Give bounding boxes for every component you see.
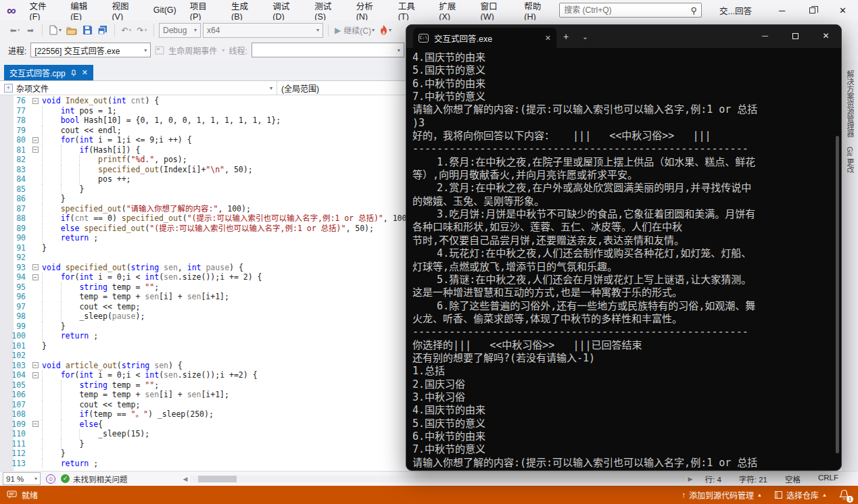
health-check-icon: ✓ bbox=[61, 474, 70, 483]
line-number: 91 bbox=[0, 243, 31, 253]
scroll-right-icon[interactable]: ▶ bbox=[686, 476, 696, 482]
add-to-source-control-button[interactable]: ↑ 添加到源代码管理 ▲ bbox=[682, 489, 762, 501]
line-number: 104 bbox=[0, 370, 31, 380]
scroll-thumb[interactable] bbox=[198, 476, 237, 482]
notifications-button[interactable]: 1 bbox=[839, 489, 851, 501]
fold-collapse-icon[interactable]: − bbox=[32, 362, 39, 368]
terminal-tab[interactable]: C:\ 交互式回答.exe ✕ bbox=[413, 28, 556, 48]
fold-margin[interactable]: − bbox=[31, 96, 42, 106]
save-all-button[interactable] bbox=[96, 23, 110, 38]
search-box[interactable]: ⚲ bbox=[559, 3, 702, 18]
minimize-button[interactable]: ─ bbox=[767, 0, 797, 20]
project-dropdown[interactable]: + 杂项文件 ▾ bbox=[0, 81, 277, 95]
caret-char: 字符: 21 bbox=[739, 474, 767, 484]
menu-item[interactable]: Git(G) bbox=[147, 3, 183, 18]
terminal-line: 5.猜谜:在中秋之夜,人们还会在月饼或花灯上写上谜语,让大家猜测。 bbox=[412, 274, 838, 286]
indent-guide bbox=[42, 409, 61, 420]
side-tab[interactable]: Git 更改 bbox=[844, 147, 855, 173]
indent-guide bbox=[42, 135, 61, 145]
fold-margin[interactable]: − bbox=[31, 145, 42, 155]
terminal-line: 的嫦娥、玉兔、吴刚等形象。 bbox=[412, 195, 838, 208]
search-icon[interactable]: ⚲ bbox=[691, 5, 698, 16]
new-file-button[interactable]: ▾ bbox=[47, 23, 63, 38]
fold-margin[interactable]: − bbox=[31, 263, 42, 273]
side-tab[interactable]: 解决方案资源管理器 bbox=[844, 70, 855, 137]
indent-guide bbox=[61, 302, 80, 312]
fold-margin bbox=[31, 116, 42, 126]
indent-guide bbox=[61, 390, 80, 400]
fold-collapse-icon[interactable]: − bbox=[32, 137, 39, 143]
terminal-title-bar[interactable]: C:\ 交互式回答.exe ✕ + ⌄ ─ ✕ bbox=[406, 25, 841, 48]
new-tab-button[interactable]: + bbox=[556, 31, 575, 42]
fold-margin bbox=[31, 204, 42, 214]
fold-margin[interactable]: − bbox=[31, 135, 42, 145]
indent-guide bbox=[42, 272, 61, 282]
fold-margin[interactable]: − bbox=[31, 370, 42, 380]
hot-reload-button[interactable]: ▾ bbox=[378, 23, 393, 38]
indent-mode[interactable]: 空格 bbox=[785, 474, 801, 484]
redo-button[interactable]: ↷▾ bbox=[135, 23, 149, 38]
indent-guide bbox=[42, 116, 61, 126]
feedback-icon[interactable]: ☺ bbox=[46, 474, 55, 484]
restore-button[interactable] bbox=[797, 0, 828, 20]
platform-dropdown[interactable]: x64▾ bbox=[203, 23, 323, 38]
fold-collapse-icon[interactable]: − bbox=[32, 264, 39, 270]
line-number: 87 bbox=[0, 204, 31, 214]
fold-margin[interactable]: − bbox=[31, 361, 42, 371]
close-button[interactable]: ✕ bbox=[828, 0, 858, 20]
fold-collapse-icon[interactable]: − bbox=[32, 147, 39, 153]
line-number: 111 bbox=[0, 439, 31, 449]
indent-guide bbox=[61, 400, 80, 410]
search-input[interactable] bbox=[564, 5, 690, 15]
tab-close-icon[interactable]: ✕ bbox=[82, 68, 88, 77]
indent-guide bbox=[61, 409, 80, 420]
zoom-dropdown[interactable]: 91 %▾ bbox=[3, 472, 41, 485]
indent-guide bbox=[42, 145, 61, 155]
scroll-left-icon[interactable]: ◀ bbox=[181, 476, 191, 482]
terminal-body[interactable]: 4.国庆节的由来5.国庆节的意义6.中秋节的由来7.中秋节的意义请输入你想了解的… bbox=[406, 48, 841, 470]
pin-icon[interactable] bbox=[70, 70, 77, 76]
fold-collapse-icon[interactable]: − bbox=[32, 274, 39, 280]
fold-margin bbox=[31, 322, 42, 332]
repo-icon bbox=[774, 490, 783, 499]
horizontal-scrollbar[interactable]: ◀ ▶ bbox=[181, 472, 696, 486]
chevron-up-icon: ▲ bbox=[822, 493, 827, 497]
line-number: 86 bbox=[0, 194, 31, 204]
line-number: 103 bbox=[0, 361, 31, 371]
terminal-minimize-button[interactable]: ─ bbox=[750, 25, 780, 47]
terminal-line: 2.国庆习俗 bbox=[412, 378, 838, 391]
terminal-maximize-button[interactable] bbox=[780, 25, 811, 47]
terminal-close-button[interactable]: ✕ bbox=[811, 25, 841, 47]
indent-guide bbox=[61, 155, 80, 165]
thread-dropdown[interactable]: ▾ bbox=[252, 43, 404, 57]
solution-config-dropdown[interactable]: Debug▾ bbox=[159, 23, 201, 38]
fold-collapse-icon[interactable]: − bbox=[32, 372, 39, 378]
line-number: 112 bbox=[0, 449, 31, 459]
tab-cpp-file[interactable]: 交互式回答.cpp ✕ bbox=[4, 65, 93, 80]
open-folder-button[interactable] bbox=[65, 23, 78, 38]
undo-button[interactable]: ↶▾ bbox=[120, 23, 133, 38]
save-button[interactable] bbox=[80, 23, 94, 38]
terminal-tab-close-icon[interactable]: ✕ bbox=[545, 34, 551, 43]
fold-margin[interactable]: − bbox=[31, 272, 42, 282]
lifecycle-events-button[interactable]: 生命周期事件 bbox=[168, 45, 217, 56]
navigate-forward-button[interactable]: ➡ bbox=[24, 23, 37, 38]
select-repository-button[interactable]: 选择仓库 ▲ bbox=[774, 489, 827, 501]
line-number: 96 bbox=[0, 292, 31, 302]
navigate-back-button[interactable]: ⬅▾ bbox=[8, 23, 22, 38]
continue-button[interactable]: ▶ 继续(C) ▾ bbox=[333, 23, 376, 38]
terminal-line: 等）,向明月敬献香火,并向月亮许愿或祈求平安。 bbox=[412, 169, 838, 182]
terminal-line: 3.中秋习俗 bbox=[412, 391, 838, 404]
terminal-line: 4.国庆节的由来 bbox=[412, 51, 838, 64]
indent-guide bbox=[42, 184, 61, 195]
line-number: 110 bbox=[0, 429, 31, 439]
fold-collapse-icon[interactable]: − bbox=[32, 421, 39, 427]
tab-dropdown-button[interactable]: ⌄ bbox=[575, 33, 594, 41]
process-dropdown[interactable]: [22556] 交互式回答.exe▾ bbox=[30, 43, 151, 57]
indent-guide bbox=[42, 380, 61, 390]
terminal-scrollbar[interactable] bbox=[836, 136, 839, 453]
eol-mode[interactable]: CRLF bbox=[818, 474, 838, 484]
fold-margin[interactable]: − bbox=[31, 420, 42, 430]
fold-collapse-icon[interactable]: − bbox=[32, 98, 39, 104]
indent-guide bbox=[42, 331, 61, 341]
